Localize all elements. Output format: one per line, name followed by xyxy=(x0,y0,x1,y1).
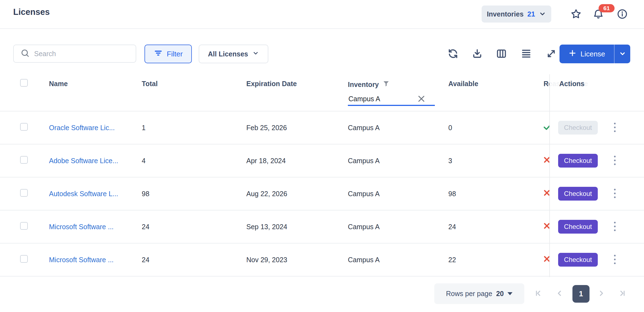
license-name-link[interactable]: Autodesk Software L... xyxy=(49,190,142,198)
kebab-icon xyxy=(613,253,616,266)
row-density-button[interactable] xyxy=(520,48,532,60)
reassignable-cell xyxy=(544,144,550,177)
last-page-button[interactable] xyxy=(616,288,628,300)
checkout-button[interactable]: Checkout xyxy=(558,253,598,267)
add-license-dropdown[interactable] xyxy=(614,45,630,63)
column-header-inventory: Inventory xyxy=(348,74,448,111)
available-cell: 0 xyxy=(448,124,544,132)
columns-icon xyxy=(496,48,507,60)
inventory-cell: Campus A xyxy=(348,157,448,165)
available-cell: 22 xyxy=(448,256,544,264)
rows-per-page-dropdown[interactable]: Rows per page 20 xyxy=(434,283,524,304)
license-scope-dropdown[interactable]: All Licenses xyxy=(199,45,268,63)
next-page-button[interactable] xyxy=(595,288,607,300)
topbar: Licenses Inventories 21 61 xyxy=(0,0,644,29)
refresh-button[interactable] xyxy=(447,48,459,60)
info-button[interactable] xyxy=(616,8,628,20)
sticky-column-divider xyxy=(549,74,550,277)
row-menu-button[interactable] xyxy=(609,120,621,135)
fullscreen-button[interactable] xyxy=(545,48,557,60)
table-header: Name Total Expiration Date Inventory Ava… xyxy=(0,74,644,111)
expiration-date-cell: Feb 25, 2026 xyxy=(246,124,348,132)
kebab-icon xyxy=(613,121,616,134)
expand-icon xyxy=(546,48,557,60)
checkout-button[interactable]: Checkout xyxy=(558,154,598,168)
inventory-cell: Campus A xyxy=(348,256,448,264)
license-name-link[interactable]: Microsoft Software ... xyxy=(49,223,142,231)
chevron-right-icon xyxy=(597,289,606,299)
star-icon xyxy=(570,8,582,21)
row-menu-button[interactable] xyxy=(609,153,621,168)
first-page-button[interactable] xyxy=(533,288,545,300)
column-header-total[interactable]: Total xyxy=(142,74,246,111)
license-name-link[interactable]: Microsoft Software ... xyxy=(49,256,142,264)
row-checkbox[interactable] xyxy=(20,222,28,230)
row-menu-button[interactable] xyxy=(609,219,621,234)
row-menu-button[interactable] xyxy=(609,252,621,267)
inventory-header-label[interactable]: Inventory xyxy=(348,81,379,89)
column-header-name[interactable]: Name xyxy=(49,74,142,111)
license-name-link[interactable]: Oracle Software Lic... xyxy=(49,124,142,132)
x-icon xyxy=(544,255,550,265)
reassignable-cell xyxy=(544,111,550,144)
total-cell: 98 xyxy=(142,190,246,198)
export-button[interactable] xyxy=(471,48,483,60)
row-checkbox[interactable] xyxy=(20,123,28,131)
download-icon xyxy=(471,48,483,60)
checkout-button[interactable]: Checkout xyxy=(558,220,598,234)
search-box xyxy=(13,45,136,63)
current-page-button[interactable]: 1 xyxy=(572,285,590,303)
filter-button[interactable]: Filter xyxy=(144,45,192,63)
checkout-button[interactable]: Checkout xyxy=(558,187,598,201)
table-row: Adobe Software Lice... 4 Apr 18, 2024 Ca… xyxy=(0,144,644,177)
filter-funnel-icon[interactable] xyxy=(382,80,390,89)
info-icon xyxy=(616,8,628,21)
rows-per-page-value: 20 xyxy=(496,290,504,298)
inventories-label: Inventories xyxy=(487,10,523,18)
search-input[interactable] xyxy=(34,50,136,58)
column-header-available[interactable]: Available xyxy=(448,74,544,111)
total-cell: 1 xyxy=(142,124,246,132)
table-row: Microsoft Software ... 24 Sep 13, 2024 C… xyxy=(0,210,644,243)
close-icon xyxy=(417,94,426,104)
inventory-cell: Campus A xyxy=(348,223,448,231)
kebab-icon xyxy=(613,187,616,200)
previous-page-button[interactable] xyxy=(553,288,566,300)
row-checkbox[interactable] xyxy=(20,189,28,197)
checkout-button[interactable]: Checkout xyxy=(558,121,598,135)
license-name-link[interactable]: Adobe Software Lice... xyxy=(49,157,142,165)
columns-button[interactable] xyxy=(495,48,507,60)
triangle-down-icon xyxy=(507,292,512,295)
refresh-icon xyxy=(447,48,459,60)
reassignable-cell xyxy=(544,210,550,243)
row-menu-button[interactable] xyxy=(609,186,621,201)
actions-cell: Checkout xyxy=(550,210,644,243)
expiration-date-cell: Apr 18, 2024 xyxy=(246,157,348,165)
inventory-filter-input[interactable] xyxy=(348,95,412,103)
row-checkbox[interactable] xyxy=(20,156,28,164)
table-row: Oracle Software Lic... 1 Feb 25, 2026 Ca… xyxy=(0,111,644,144)
notifications-button[interactable]: 61 xyxy=(592,8,604,20)
select-all-checkbox[interactable] xyxy=(20,79,28,87)
available-cell: 98 xyxy=(448,190,544,198)
row-density-icon xyxy=(520,48,532,60)
check-icon xyxy=(544,122,550,133)
available-cell: 24 xyxy=(448,223,544,231)
row-checkbox[interactable] xyxy=(20,255,28,263)
search-icon xyxy=(14,48,30,59)
clear-filter-button[interactable] xyxy=(416,94,427,104)
first-page-icon xyxy=(534,289,543,299)
inventories-dropdown[interactable]: Inventories 21 xyxy=(482,6,551,23)
rows-per-page-label: Rows per page xyxy=(446,290,492,298)
column-header-expiration[interactable]: Expiration Date xyxy=(246,74,348,111)
x-icon xyxy=(544,156,550,166)
x-icon xyxy=(544,189,550,199)
inventory-cell: Campus A xyxy=(348,190,448,198)
expiration-date-cell: Aug 22, 2026 xyxy=(246,190,348,198)
favorite-button[interactable] xyxy=(570,8,582,20)
chevron-down-icon xyxy=(252,50,259,58)
notification-badge: 61 xyxy=(599,4,615,12)
expiration-date-cell: Nov 29, 2023 xyxy=(246,256,348,264)
add-license-button[interactable]: License xyxy=(560,45,614,63)
add-license-split-button: License xyxy=(560,45,630,63)
